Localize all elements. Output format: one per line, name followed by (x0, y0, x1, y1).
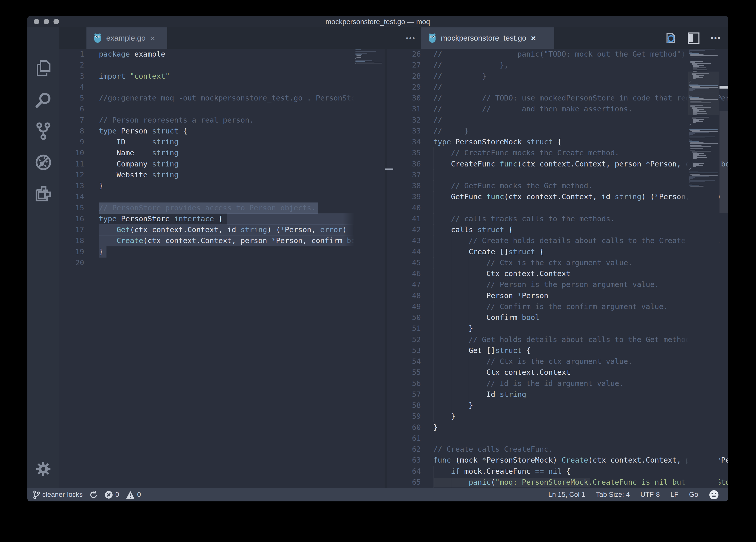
minimap[interactable] (354, 49, 385, 488)
code-line[interactable]: Ctx context.Context (433, 268, 570, 280)
open-preview-icon[interactable] (665, 32, 677, 44)
code-token: type (99, 214, 117, 223)
code-line[interactable]: // Person is the person argument value. (433, 279, 659, 290)
code-line[interactable]: package example (99, 49, 165, 60)
tab-mockpersonstore-test-go[interactable]: mockpersonstore_test.go × (421, 27, 554, 49)
code-line[interactable]: import "context" (99, 71, 170, 82)
code-line[interactable]: //go:generate moq -out mockpersonstore_t… (99, 93, 365, 104)
code-line[interactable]: // Ctx is the ctx argument value. (433, 356, 633, 367)
maximize-window-button[interactable] (53, 19, 59, 24)
code-line[interactable]: } (433, 323, 473, 334)
code-line[interactable]: // }, (433, 60, 509, 71)
go-gopher-icon (428, 33, 437, 43)
code-line[interactable]: type PersonStore interface { (99, 213, 223, 224)
code-line[interactable]: // } (433, 71, 487, 82)
status-item[interactable]: Tab Size: 4 (596, 491, 630, 499)
code-line[interactable]: Create []struct { (433, 246, 544, 257)
smiley-icon[interactable] (709, 490, 719, 500)
code-line[interactable]: // Create calls CreateFunc. (433, 444, 553, 455)
minimap-viewport[interactable] (688, 72, 719, 115)
editor-pane-example-go[interactable]: 1package example23import "context"45//go… (59, 49, 385, 488)
editor-split-sash[interactable] (385, 49, 387, 488)
code-line[interactable]: // (433, 115, 442, 126)
code-line[interactable]: // panic("TODO: mock out the Get method"… (433, 49, 686, 60)
minimap-line (690, 168, 691, 169)
horizontal-scrollbar[interactable] (434, 478, 590, 487)
code-line[interactable]: } (99, 246, 103, 257)
line-number: 1 (59, 49, 84, 60)
minimap-line (693, 157, 707, 158)
editor-pane-mockpersonstore-test-go[interactable]: 26// panic("TODO: mock out the Get metho… (387, 49, 728, 488)
minimap-line (689, 181, 705, 182)
status-item-warning-triangle[interactable]: 0 (126, 491, 141, 499)
line-number: 26 (387, 49, 421, 60)
code-line[interactable]: calls struct { (433, 224, 513, 235)
code-line[interactable]: Person *Person (433, 290, 548, 302)
line-number: 56 (387, 378, 421, 389)
code-line[interactable]: // PersonStore provides access to Person… (99, 202, 316, 214)
close-window-button[interactable] (34, 19, 39, 24)
minimap-line (690, 143, 718, 144)
code-line[interactable]: // CreateFunc mocks the Create method. (433, 147, 619, 158)
minimap-line (693, 66, 699, 67)
more-actions-icon[interactable]: ••• (711, 34, 721, 42)
gear-icon[interactable] (27, 456, 59, 482)
status-item[interactable]: Go (689, 491, 698, 499)
status-item-git-branch[interactable]: cleaner-locks (33, 491, 83, 499)
code-token: // panic("TODO: mock out the Get method"… (433, 50, 686, 58)
code-line[interactable]: type PersonStoreMock struct { (433, 136, 562, 148)
title-bar[interactable]: mockpersonstore_test.go — moq (27, 16, 728, 27)
source-control-icon[interactable] (27, 118, 59, 144)
status-item[interactable]: Ln 15, Col 1 (548, 491, 585, 499)
line-number: 61 (387, 433, 421, 444)
gutter-dash-marker[interactable] (385, 168, 393, 170)
code-line[interactable]: } (433, 411, 455, 422)
tab-overflow-icon[interactable]: ••• (406, 27, 416, 49)
minimap[interactable] (688, 49, 719, 488)
code-line[interactable]: Website string (99, 169, 178, 181)
debug-icon[interactable] (27, 150, 59, 175)
code-line[interactable]: // Id is the id argument value. (433, 378, 624, 389)
status-item[interactable]: UTF-8 (640, 491, 660, 499)
code-line[interactable]: Create(ctx context.Context, person *Pers… (99, 235, 385, 246)
status-item[interactable]: LF (670, 491, 678, 499)
code-line[interactable]: } (433, 400, 473, 411)
code-token: { (522, 346, 531, 355)
code-line[interactable]: type Person struct { (99, 126, 187, 137)
explorer-icon[interactable] (27, 56, 59, 81)
search-icon[interactable] (27, 87, 59, 113)
split-editor-icon[interactable] (688, 32, 699, 44)
code-line[interactable]: } (433, 422, 438, 433)
code-line[interactable]: Get(ctx context.Context, id string) (*Pe… (99, 224, 347, 235)
code-line[interactable]: Company string (99, 158, 178, 170)
code-line[interactable]: // (433, 82, 442, 93)
code-line[interactable]: Name string (99, 147, 178, 158)
window-title: mockpersonstore_test.go — moq (326, 16, 430, 27)
status-item-sync[interactable] (89, 491, 98, 499)
extensions-icon[interactable] (27, 181, 59, 206)
close-icon[interactable]: × (150, 34, 156, 42)
code-line[interactable]: ID string (99, 136, 178, 148)
line-number: 35 (387, 147, 421, 158)
code-line[interactable]: Confirm bool (433, 312, 539, 323)
code-line[interactable]: // Ctx is the ctx argument value. (433, 257, 633, 268)
code-line[interactable]: // } (433, 126, 469, 137)
status-item-error-circle[interactable]: 0 (104, 491, 119, 499)
code-token: interface (174, 214, 214, 223)
close-icon[interactable]: × (530, 34, 536, 42)
code-line[interactable]: if mock.CreateFunc == nil { (433, 466, 570, 477)
vertical-scrollbar[interactable] (719, 111, 728, 213)
tab-example-go[interactable]: example.go × (86, 27, 167, 49)
code-line[interactable]: // calls tracks calls to the methods. (433, 213, 615, 224)
code-line[interactable]: // Confirm is the confirm argument value… (433, 301, 668, 313)
code-line[interactable]: // Person represents a real person. (99, 115, 254, 126)
code-line[interactable]: // GetFunc mocks the Get method. (433, 180, 593, 191)
code-line[interactable]: Ctx context.Context (433, 367, 570, 378)
code-line[interactable]: // // and then make assertions. (433, 103, 633, 115)
code-token: (ctx context.Context, id (130, 225, 241, 234)
code-line[interactable]: Get []struct { (433, 345, 531, 356)
minimize-window-button[interactable] (44, 19, 49, 24)
code-line[interactable]: } (99, 180, 103, 191)
code-line[interactable]: Id string (433, 389, 526, 400)
code-line[interactable]: // Get holds details about calls to the … (433, 334, 694, 345)
